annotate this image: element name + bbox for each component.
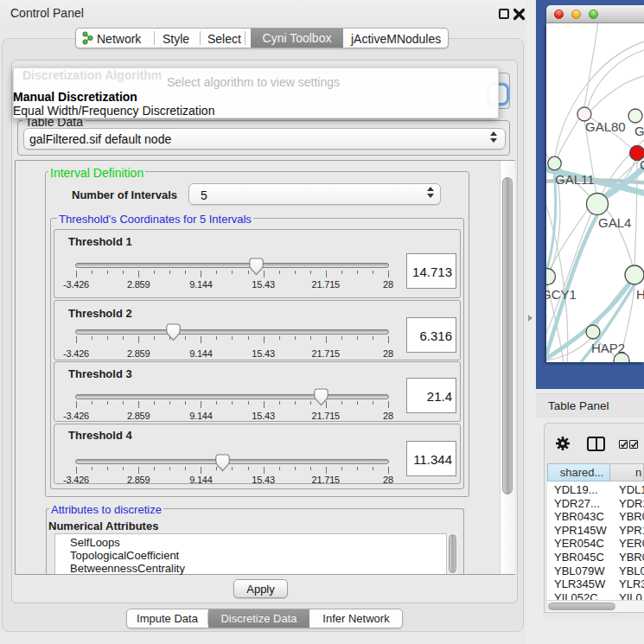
svg-text:GAL11: GAL11 <box>555 172 595 187</box>
svg-text:GAL3: GAL3 <box>634 124 644 138</box>
svg-text:GAL80: GAL80 <box>585 119 626 134</box>
svg-text:GCY1: GCY1 <box>546 287 577 302</box>
svg-text:CY1: CY1 <box>640 157 644 172</box>
svg-text:HIS: HIS <box>636 287 644 302</box>
svg-text:HAP2: HAP2 <box>591 341 625 355</box>
svg-text:GAL4: GAL4 <box>598 215 631 230</box>
